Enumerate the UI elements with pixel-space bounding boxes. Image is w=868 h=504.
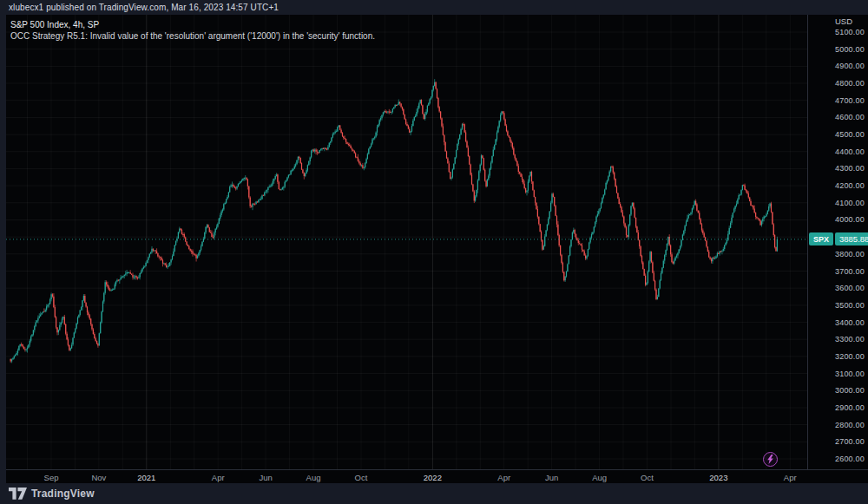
price-tick: 5000.00 (835, 45, 865, 54)
currency-label: USD (835, 16, 852, 26)
price-tick: 3000.00 (835, 386, 865, 395)
attribution-bar: xlubecx1 published on TradingView.com, M… (0, 0, 868, 15)
time-tick: Apr (784, 473, 797, 482)
time-tick: Oct (355, 473, 368, 482)
price-tick: 4000.00 (835, 215, 865, 224)
price-tick: 4200.00 (835, 181, 865, 190)
price-tick: 2900.00 (835, 403, 865, 412)
price-tick: 4700.00 (835, 96, 865, 105)
time-tick: Nov (91, 473, 106, 482)
attribution-text: xlubecx1 published on TradingView.com, M… (9, 3, 279, 12)
price-tick: 4300.00 (835, 164, 865, 173)
chart-area[interactable]: S&P 500 Index, 4h, SP OCC Strategy R5.1:… (6, 15, 807, 469)
tradingview-glyph (9, 488, 27, 500)
time-tick: Aug (306, 473, 321, 482)
price-tick: 3400.00 (835, 318, 865, 327)
price-axis[interactable]: USD SPX 3885.88 5100.005000.004900.00480… (807, 15, 868, 483)
price-tick: 3800.00 (835, 250, 865, 259)
time-tick: Sep (44, 473, 59, 482)
time-tick: Aug (592, 473, 607, 482)
price-tick: 4600.00 (835, 113, 865, 121)
footer-bar: TradingView (0, 483, 868, 504)
price-tick: 4100.00 (835, 199, 865, 207)
price-tick: 2800.00 (835, 421, 865, 429)
price-tick: 2600.00 (835, 455, 865, 463)
lightning-icon[interactable] (763, 452, 778, 467)
price-tick: 4400.00 (835, 147, 865, 156)
time-tick: Apr (212, 473, 225, 482)
time-tick: 2023 (709, 473, 727, 482)
time-tick: Jun (545, 473, 558, 482)
symbol-badge: SPX (809, 232, 833, 245)
price-tick: 4900.00 (835, 62, 865, 70)
price-tick: 3600.00 (835, 284, 865, 292)
time-axis[interactable]: SepNov2021AprJunAugOct2022AprJunAugOct20… (6, 469, 868, 483)
price-tick: 3700.00 (835, 267, 865, 276)
time-tick: 2022 (424, 473, 442, 482)
price-tick: 3100.00 (835, 370, 865, 378)
time-tick: 2021 (137, 473, 155, 482)
time-tick: Oct (641, 473, 654, 482)
time-tick: Jun (259, 473, 272, 482)
price-tick: 5100.00 (835, 28, 865, 36)
last-price-value: 3885.88 (835, 232, 868, 245)
tradingview-logo[interactable]: TradingView (9, 488, 95, 500)
last-price-label: SPX 3885.88 (809, 232, 868, 245)
time-tick: Apr (497, 473, 510, 482)
price-tick: 3300.00 (835, 335, 865, 344)
price-tick: 3500.00 (835, 301, 865, 310)
tradingview-wordmark: TradingView (31, 488, 95, 500)
lightning-bolt-glyph (766, 455, 774, 464)
price-tick: 3200.00 (835, 352, 865, 361)
price-tick: 2700.00 (835, 437, 865, 446)
price-tick: 4800.00 (835, 79, 865, 88)
candlestick-chart[interactable] (6, 15, 807, 469)
price-tick: 4500.00 (835, 130, 865, 139)
